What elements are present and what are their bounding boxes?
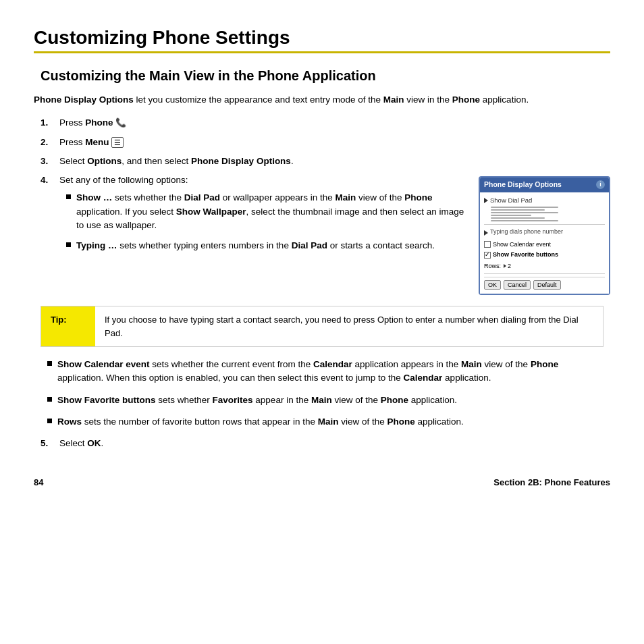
- bullet-square-icon: [66, 194, 71, 199]
- bullet-show: Show … sets whether the Dial Pad or wall…: [66, 191, 468, 232]
- bullet-show-favorites-text: Show Favorite buttons sets whether Favor…: [57, 394, 457, 407]
- panel-triangle-rows-icon: [504, 264, 506, 268]
- bullet-rows-text: Rows sets the number of favorite button …: [57, 415, 464, 429]
- panel-dial-pad-text: Show Dial Pad: [490, 196, 532, 205]
- panel-divider-2: [484, 273, 605, 274]
- panel-buttons-row: OK Cancel Default: [484, 277, 605, 290]
- intro-bold2: Main: [383, 95, 404, 105]
- intro-bold3: Phone: [452, 95, 480, 105]
- step-2-text: Press Menu ☰: [59, 136, 610, 149]
- step-1: 1. Press Phone 📞: [41, 116, 610, 130]
- bullet-typing-text: Typing … sets whether typing enters numb…: [76, 239, 435, 252]
- intro-text-end: application.: [480, 95, 529, 105]
- footer-page-number: 84: [34, 477, 43, 487]
- bullet-square-typing-icon: [66, 242, 71, 247]
- bullet-show-calendar-text: Show Calendar event sets whether the cur…: [57, 358, 603, 385]
- step-4-intro: Set any of the following options:: [59, 175, 188, 185]
- panel-line-6: [491, 220, 558, 221]
- bullet-show-calendar: Show Calendar event sets whether the cur…: [47, 358, 603, 385]
- step-3-num: 3.: [41, 155, 59, 168]
- tip-label: Tip:: [41, 306, 95, 346]
- tip-content: If you choose to have typing start a con…: [95, 306, 603, 346]
- step-4-content: Set any of the following options: Show ……: [59, 173, 610, 295]
- step-5-num: 5.: [41, 437, 59, 450]
- title-divider: [34, 51, 610, 53]
- bullet-rows: Rows sets the number of favorite button …: [47, 415, 603, 429]
- panel-info-icon[interactable]: i: [596, 180, 605, 189]
- panel-triangle-icon: [484, 198, 488, 203]
- steps-list: 1. Press Phone 📞 2. Press Menu ☰ 3. Sele…: [41, 116, 610, 295]
- panel-checkbox-favorites[interactable]: ✓: [484, 252, 491, 259]
- panel-dial-pad-lines: [491, 207, 605, 221]
- bullet-show-favorites: Show Favorite buttons sets whether Favor…: [47, 394, 603, 407]
- panel-line-3: [491, 212, 558, 213]
- step-4-bullet-list: Show … sets whether the Dial Pad or wall…: [66, 191, 468, 252]
- step-1-text: Press Phone 📞: [59, 116, 610, 130]
- step-5-end: .: [101, 438, 104, 448]
- intro-paragraph: Phone Display Options let you customize …: [34, 93, 610, 107]
- panel-checkbox-favorites-label: Show Favorite buttons: [493, 250, 558, 260]
- footer-section-label: Section 2B: Phone Features: [493, 477, 610, 487]
- panel-title: Phone Display Options: [484, 180, 562, 190]
- bullet-typing: Typing … sets whether typing enters numb…: [66, 239, 468, 252]
- intro-bold1: Phone Display Options: [34, 95, 134, 105]
- tip-box: Tip: If you choose to have typing start …: [41, 306, 603, 347]
- panel-rows-label: Rows:: [484, 262, 501, 271]
- bullet-square-calendar-icon: [47, 361, 52, 366]
- step-5: 5. Select OK.: [41, 437, 610, 450]
- phone-display-panel: Phone Display Options i Show Dial Pad: [479, 176, 610, 295]
- bullet-square-favorites-icon: [47, 397, 52, 402]
- panel-default-button[interactable]: Default: [533, 280, 561, 290]
- bullet-square-rows-icon: [47, 419, 52, 423]
- step-3-text: Select Options, and then select Phone Di…: [59, 155, 610, 168]
- panel-line-4: [491, 215, 531, 216]
- more-bullets-list: Show Calendar event sets whether the cur…: [47, 358, 603, 429]
- step-3: 3. Select Options, and then select Phone…: [41, 155, 610, 168]
- step-2-num: 2.: [41, 136, 59, 149]
- panel-typing-label: Typing dials phone number: [490, 227, 563, 237]
- panel-cancel-button[interactable]: Cancel: [504, 280, 531, 290]
- section-title: Customizing the Main View in the Phone A…: [41, 68, 610, 84]
- step-5-text: Select OK.: [59, 437, 610, 450]
- panel-checkbox-calendar-label: Show Calendar event: [493, 240, 551, 250]
- step-4-bullets-container: Set any of the following options: Show ……: [59, 173, 468, 259]
- panel-checkbox-calendar[interactable]: [484, 241, 491, 248]
- panel-line-5: [491, 217, 545, 219]
- intro-text-middle: let you customize the appearance and tex…: [134, 95, 383, 105]
- intro-text-after: view in the: [404, 95, 452, 105]
- step-2: 2. Press Menu ☰: [41, 136, 610, 149]
- panel-rows-value: 2: [508, 262, 511, 271]
- page-footer: 84 Section 2B: Phone Features: [34, 477, 610, 487]
- panel-show-dial-pad-label: Show Dial Pad: [484, 196, 605, 205]
- panel-rows-row: Rows: 2: [484, 262, 605, 271]
- panel-line-2: [491, 209, 545, 211]
- panel-rows-dropdown[interactable]: 2: [504, 262, 511, 271]
- step-5-bold: OK: [87, 438, 101, 448]
- step-1-num: 1.: [41, 116, 59, 130]
- step-4: 4. Set any of the following options: Sho…: [41, 173, 610, 295]
- panel-divider-1: [484, 224, 605, 225]
- step-4-num: 4.: [41, 173, 59, 295]
- panel-checkbox-calendar-row: Show Calendar event: [484, 240, 605, 250]
- panel-triangle-typing-icon: [484, 230, 488, 236]
- panel-line-1: [491, 207, 558, 208]
- panel-ok-button[interactable]: OK: [484, 280, 501, 290]
- panel-typing-section: Typing dials phone number: [484, 227, 605, 239]
- panel-header: Phone Display Options i: [480, 178, 609, 192]
- bullet-show-text: Show … sets whether the Dial Pad or wall…: [76, 191, 468, 232]
- page-title: Customizing Phone Settings: [34, 27, 610, 49]
- panel-checkbox-favorites-row: ✓ Show Favorite buttons: [484, 250, 605, 260]
- panel-body: Show Dial Pad: [480, 192, 609, 294]
